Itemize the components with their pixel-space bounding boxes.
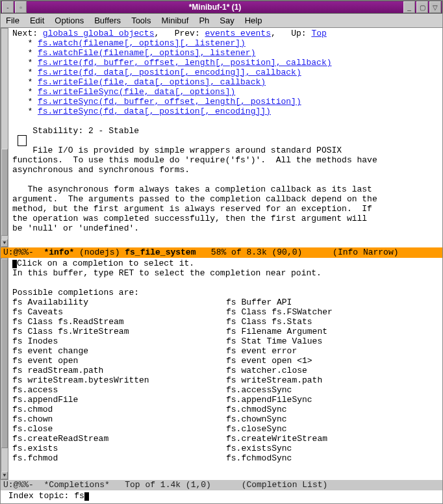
menu-ph[interactable]: Ph — [199, 16, 209, 25]
completion-item[interactable]: fs Caveats — [12, 307, 226, 317]
completion-item[interactable]: fs Inodes — [12, 336, 226, 346]
scrollbar-handle[interactable] — [1, 149, 8, 236]
completion-item[interactable]: fs.createWriteStream — [226, 434, 440, 444]
modeline-mode: (nodejs) — [74, 247, 125, 257]
api-link[interactable]: fs.writeFileSync(file, data[, options]) — [38, 87, 235, 97]
completion-item[interactable]: fs event open — [12, 356, 226, 366]
nav-prev-label: Prev: — [175, 29, 200, 38]
completion-item[interactable]: fs.closeSync — [226, 424, 440, 434]
nav-next-link[interactable]: globals_global_objects — [43, 29, 155, 38]
comp-instr-3: Possible completions are: — [12, 288, 139, 297]
api-link[interactable]: fs.write(fd, buffer, offset, length[, po… — [38, 58, 331, 68]
scrollbar-comp[interactable]: ▼ — [1, 258, 8, 480]
completion-item[interactable]: fs.createReadStream — [12, 434, 226, 444]
completion-item[interactable]: fs event open <1> — [226, 356, 440, 366]
window-title: *Minibuf-1* (1) — [27, 3, 403, 12]
minimize-icon[interactable]: _ — [403, 1, 415, 13]
completion-item[interactable]: fs.appendFileSync — [226, 395, 440, 405]
modeline-left: U:@%%- — [3, 247, 44, 257]
completion-item[interactable]: fs readStream.path — [12, 366, 226, 375]
api-link[interactable]: fs.watch(filename[, options][, listener]… — [38, 38, 246, 48]
info-text[interactable]: Next: globals_global_objects, Prev: even… — [10, 28, 442, 234]
completion-item[interactable]: fs.chown — [12, 414, 226, 424]
completion-item[interactable]: fs Class fs.FSWatcher — [226, 307, 440, 317]
body-para-2: The asynchronous form always takes a com… — [12, 184, 377, 233]
minibuf-cursor — [84, 492, 89, 501]
menu-help[interactable]: Help — [245, 16, 262, 25]
scroll-down-icon[interactable]: ▼ — [1, 472, 8, 479]
scroll-down-icon[interactable]: ▼ — [1, 239, 8, 247]
menu-options[interactable]: Options — [55, 16, 84, 25]
menu-file[interactable]: File — [6, 16, 19, 25]
menu-edit[interactable]: Edit — [30, 16, 44, 25]
completion-item[interactable]: fs.chownSync — [226, 414, 440, 424]
menu-say[interactable]: Say — [220, 16, 234, 25]
content-area: ▼ Next: globals_global_objects, Prev: ev… — [1, 28, 442, 503]
api-link[interactable]: fs.writeFile(file, data[, options], call… — [38, 77, 266, 87]
minibuf-input: fs — [74, 491, 84, 501]
modeline-pos: 58% of 8.3k (90,0) (Info Narrow) — [196, 247, 398, 257]
api-link[interactable]: fs.watchFile(filename[, options], listen… — [38, 48, 255, 58]
menu-tools[interactable]: Tools — [131, 16, 151, 25]
nav-prev-link[interactable]: events_events — [205, 29, 271, 38]
sys-menu-icon[interactable]: - — [2, 1, 14, 13]
app-window: - ▫ *Minibuf-1* (1) _ ▢ ▽ File Edit Opti… — [0, 0, 443, 504]
info-cursor-box — [18, 135, 27, 146]
completions-pane: ▼ Click on a completion to select it. In… — [1, 258, 442, 480]
completion-item[interactable]: fs writeStream.path — [226, 375, 440, 385]
completions-text[interactable]: Click on a completion to select it. In t… — [10, 258, 442, 464]
completion-item[interactable]: fs watcher.close — [226, 366, 440, 375]
completion-item[interactable]: fs.fchmodSync — [226, 453, 440, 463]
completion-item[interactable]: fs.exists — [12, 444, 226, 453]
pin-icon[interactable]: ▫ — [15, 1, 27, 13]
modeline2-text: U:@%%- *Completions* Top of 1.4k (1,0) (… — [3, 480, 327, 490]
completion-item[interactable]: fs Buffer API — [226, 297, 440, 307]
scrollbar-handle[interactable] — [1, 258, 8, 448]
completion-item[interactable]: fs writeStream.bytesWritten — [12, 375, 226, 385]
completion-item[interactable]: fs event change — [12, 346, 226, 356]
completion-item[interactable]: fs.existsSync — [226, 444, 440, 453]
modeline-info[interactable]: U:@%%- *info* (nodejs) fs_file_system 58… — [1, 247, 442, 258]
completion-item[interactable]: fs Filename Argument — [226, 327, 440, 336]
completion-item[interactable]: fs Class fs.Stats — [226, 317, 440, 327]
completion-item[interactable]: fs.appendFile — [12, 395, 226, 405]
modeline-topic: fs_file_system — [125, 247, 196, 257]
completion-item[interactable]: fs.chmod — [12, 405, 226, 414]
completion-item[interactable]: fs.chmodSync — [226, 405, 440, 414]
modeline-buffer: *info* — [44, 247, 74, 257]
menu-buffers[interactable]: Buffers — [94, 16, 121, 25]
titlebar[interactable]: - ▫ *Minibuf-1* (1) _ ▢ ▽ — [1, 1, 442, 14]
completion-item[interactable]: fs Class fs.ReadStream — [12, 317, 226, 327]
api-link[interactable]: fs.writeSync(fd, data[, position[, encod… — [38, 107, 271, 116]
body-para-1: File I/O is provided by simple wrappers … — [12, 145, 377, 175]
menubar: File Edit Options Buffers Tools Minibuf … — [1, 14, 442, 28]
modeline-completions[interactable]: U:@%%- *Completions* Top of 1.4k (1,0) (… — [1, 480, 442, 490]
completion-item[interactable]: fs.close — [12, 424, 226, 434]
comp-instr-1: Click on a completion to select it. — [17, 258, 194, 268]
maximize-icon[interactable]: ▢ — [416, 1, 428, 13]
completion-item[interactable]: fs event error — [226, 346, 440, 356]
api-link[interactable]: fs.write(fd, data[, position[, encoding]… — [38, 68, 301, 77]
point-cursor — [12, 260, 17, 268]
minibuf-prompt: Index topic: — [3, 491, 74, 501]
completion-item[interactable]: fs Stat Time Values — [226, 336, 440, 346]
minibuffer[interactable]: Index topic: fs — [1, 490, 442, 503]
nav-next-label: Next: — [12, 29, 38, 38]
comp-instr-2: In this buffer, type RET to select the c… — [12, 268, 322, 278]
menu-minibuf[interactable]: Minibuf — [161, 16, 188, 25]
completion-item[interactable]: fs.access — [12, 385, 226, 395]
completion-item[interactable]: fs Class fs.WriteStream — [12, 327, 226, 336]
api-link[interactable]: fs.writeSync(fd, buffer, offset, length[… — [38, 97, 301, 107]
shade-icon[interactable]: ▽ — [429, 1, 441, 13]
info-pane: ▼ Next: globals_global_objects, Prev: ev… — [1, 28, 442, 247]
completion-item[interactable]: fs.accessSync — [226, 385, 440, 395]
scrollbar-top[interactable]: ▼ — [1, 28, 8, 247]
completion-item[interactable]: fs Availability — [12, 297, 226, 307]
completion-item[interactable]: fs.fchmod — [12, 453, 226, 463]
nav-up-link[interactable]: Top — [311, 29, 326, 38]
nav-up-label: Up: — [291, 29, 306, 38]
stability-text: Stability: 2 - Stable — [12, 126, 139, 136]
